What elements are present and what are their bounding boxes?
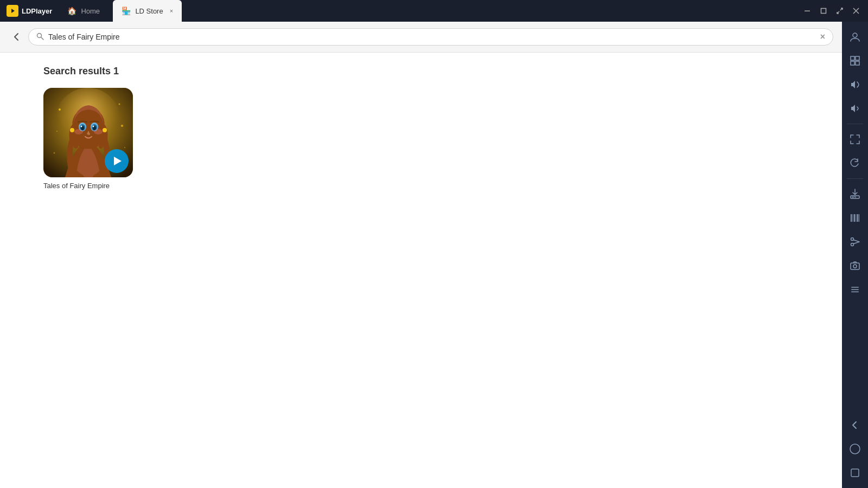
search-input[interactable] (48, 33, 816, 41)
right-sidebar: APK (842, 22, 868, 488)
sidebar-volume-icon[interactable] (844, 74, 866, 95)
svg-rect-3 (821, 9, 826, 14)
svg-rect-31 (851, 61, 854, 65)
svg-rect-32 (856, 61, 859, 65)
svg-point-23 (119, 104, 120, 105)
svg-text:APK: APK (852, 196, 857, 198)
game-thumbnail (43, 88, 133, 177)
svg-point-20 (70, 128, 74, 132)
svg-rect-37 (854, 214, 855, 222)
svg-line-5 (41, 37, 44, 40)
svg-point-41 (851, 238, 854, 241)
play-triangle-icon (114, 157, 122, 165)
sidebar-recent-square-icon[interactable] (844, 462, 866, 484)
svg-point-48 (850, 444, 860, 454)
tab-home[interactable]: 🏠 Home (59, 0, 113, 22)
title-bar-left: LDPlayer 🏠 Home 🏪 LD Store × (0, 0, 800, 22)
svg-rect-35 (851, 214, 852, 222)
sidebar-more-icon[interactable] (844, 279, 866, 300)
ldplayer-logo-icon (7, 5, 18, 17)
svg-rect-45 (851, 287, 859, 288)
svg-rect-39 (857, 214, 858, 222)
play-video-badge[interactable] (105, 149, 129, 173)
home-icon: 🏠 (67, 7, 76, 15)
svg-rect-46 (851, 289, 859, 290)
svg-rect-36 (853, 214, 853, 222)
search-results-title: Search results 1 (43, 66, 799, 77)
svg-point-16 (81, 126, 82, 127)
svg-point-26 (54, 152, 55, 154)
svg-rect-43 (851, 263, 859, 269)
svg-point-44 (853, 265, 857, 268)
svg-point-17 (93, 126, 94, 127)
close-button[interactable] (848, 3, 864, 18)
svg-rect-29 (851, 56, 854, 60)
maximize-button[interactable] (832, 3, 847, 18)
sidebar-scissors-icon[interactable] (844, 231, 866, 253)
sidebar-download-apk-icon[interactable]: APK (844, 183, 866, 205)
main-layout: × Search results 1 (0, 22, 868, 488)
game-card[interactable]: Tales of Fairy Empire (43, 88, 133, 190)
search-input-container: × (28, 28, 833, 46)
svg-rect-47 (851, 292, 859, 293)
search-bar: × (0, 22, 842, 53)
svg-point-25 (121, 125, 123, 127)
search-icon (36, 33, 44, 42)
game-name: Tales of Fairy Empire (43, 182, 133, 190)
logo-text: LDPlayer (22, 7, 52, 15)
sidebar-divider-2 (847, 178, 863, 179)
svg-point-18 (74, 129, 83, 134)
svg-point-21 (103, 128, 107, 132)
sidebar-divider-1 (847, 124, 863, 124)
results-grid: Tales of Fairy Empire (43, 88, 799, 190)
sidebar-home-circle-icon[interactable] (844, 438, 866, 460)
restore-button[interactable] (816, 3, 831, 18)
sidebar-expand-icon[interactable] (844, 129, 866, 150)
svg-rect-38 (856, 214, 857, 222)
svg-point-19 (94, 129, 103, 134)
sidebar-bottom (844, 414, 866, 484)
sidebar-rotate-icon[interactable] (844, 152, 866, 174)
back-button[interactable] (9, 29, 24, 44)
svg-point-22 (59, 108, 61, 111)
svg-rect-40 (859, 214, 859, 222)
search-content: Search results 1 (0, 53, 842, 488)
sidebar-back-icon[interactable] (844, 414, 866, 436)
sidebar-volume-down-icon[interactable] (844, 98, 866, 119)
tab-ldstore[interactable]: 🏪 LD Store × (113, 0, 182, 22)
sidebar-grid-icon[interactable] (844, 50, 866, 72)
minimize-button[interactable] (800, 3, 815, 18)
search-clear-button[interactable]: × (820, 32, 825, 42)
store-icon: 🏪 (122, 7, 131, 15)
svg-point-27 (124, 147, 125, 148)
tab-close-button[interactable]: × (170, 8, 173, 14)
sidebar-screenshot-icon[interactable] (844, 255, 866, 277)
tab-home-label: Home (81, 7, 100, 15)
sidebar-barcode-icon[interactable] (844, 207, 866, 229)
svg-rect-49 (851, 469, 859, 477)
content-area: × Search results 1 (0, 22, 842, 488)
window-controls (800, 3, 868, 18)
svg-point-42 (851, 243, 854, 246)
svg-point-28 (853, 33, 857, 37)
svg-rect-2 (805, 11, 810, 12)
svg-point-24 (56, 131, 58, 132)
sidebar-user-icon[interactable] (844, 26, 866, 48)
svg-rect-30 (856, 56, 859, 60)
title-bar: LDPlayer 🏠 Home 🏪 LD Store × (0, 0, 868, 22)
logo-area: LDPlayer (0, 5, 59, 17)
tabs-area: 🏠 Home 🏪 LD Store × (59, 0, 182, 22)
tab-ldstore-label: LD Store (135, 7, 163, 15)
